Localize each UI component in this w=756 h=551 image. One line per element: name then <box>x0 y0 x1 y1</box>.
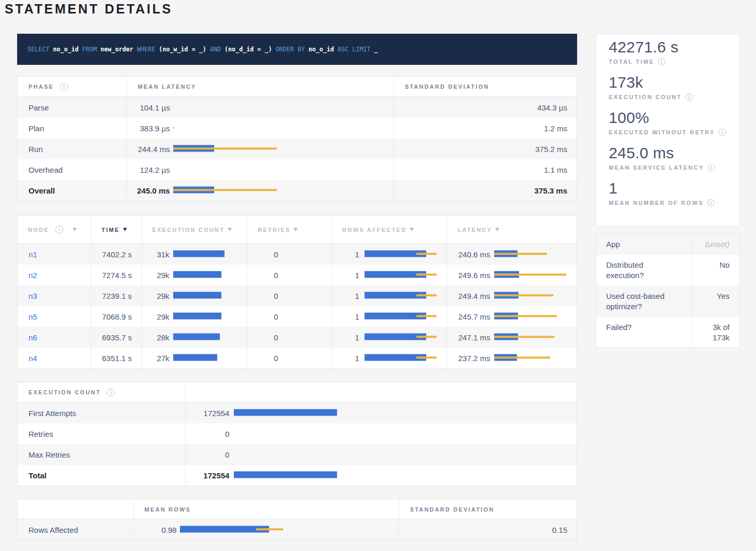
table-row: n17402.2 s31k01240.6 ms <box>18 244 577 265</box>
table-row: n57068.9 s29k01245.7 ms <box>18 306 577 327</box>
node-stats-table: NODEiTIMEEXECUTION COUNTRETRIESROWS AFFE… <box>17 215 577 369</box>
info-icon[interactable]: i <box>60 83 68 91</box>
retries-value: 0 <box>247 244 278 265</box>
time-cell: 7068.9 s <box>91 306 142 327</box>
latency-cell: 237.2 ms <box>446 348 577 368</box>
column-header-retries[interactable]: RETRIES <box>247 216 331 243</box>
sort-arrow-icon <box>495 228 499 231</box>
metric-label: MEAN SERVICE LATENCYi <box>609 164 733 171</box>
column-header-time[interactable]: TIME <box>91 216 142 243</box>
rows-affected-value: 1 <box>332 265 359 285</box>
node-link[interactable]: n4 <box>29 354 37 363</box>
mean-rows-cell: 0.98 <box>133 519 399 540</box>
metric-label: EXECUTED WITHOUT RETRYi <box>609 129 733 136</box>
metric-value: 1 <box>609 181 733 196</box>
table-row: n27274.5 s29k01249.6 ms <box>18 265 577 285</box>
execution-count-cell: 28k <box>142 327 247 348</box>
stddev-line <box>494 253 547 255</box>
mean-bar <box>173 271 221 278</box>
rows-affected-value: 1 <box>332 327 359 348</box>
mean-latency-value: 245.0 ms <box>127 180 170 201</box>
exec-count-value: 0 <box>186 423 229 444</box>
info-icon[interactable]: i <box>55 226 63 233</box>
summary-metric: 100%EXECUTED WITHOUT RETRYi <box>609 110 733 136</box>
node-link[interactable]: n6 <box>29 333 37 342</box>
stddev-value: 0.15 <box>399 519 577 540</box>
stddev-cell: 1.1 ms <box>394 159 577 180</box>
stddev-line <box>256 528 283 530</box>
column-header-label: EXECUTION COUNT <box>29 389 101 395</box>
stddev-line <box>494 336 554 338</box>
bar-chart <box>494 244 577 265</box>
phase-label: Run <box>18 139 127 159</box>
stddev-line <box>416 336 437 338</box>
rows-affected-cell: 1 <box>331 244 447 265</box>
metric-label: TOTAL TIMEi <box>609 58 733 65</box>
phase-latency-table: PHASEiMEAN LATENCYSTANDARD DEVIATIONPars… <box>17 76 577 201</box>
phase-label: Overall <box>18 180 127 201</box>
bar-chart <box>173 159 394 180</box>
table-row: Retries0 <box>18 423 577 444</box>
app-row-value: No <box>692 255 739 286</box>
execution-count-cell: 27k <box>142 348 247 368</box>
info-icon[interactable]: i <box>658 58 665 65</box>
node-link[interactable]: n2 <box>29 271 37 280</box>
stddev-line <box>416 356 437 359</box>
phase-label: Parse <box>18 97 127 118</box>
rows-affected-value: 1 <box>332 244 359 265</box>
node-cell: n1 <box>18 244 91 265</box>
info-icon[interactable]: i <box>708 164 715 171</box>
time-cell: 6351.1 s <box>91 348 142 368</box>
sort-arrow-icon <box>123 228 127 231</box>
table-row: Parse104.1 µs434.3 µs <box>18 97 577 118</box>
execution-count-table: EXECUTION COUNTiFirst Attempts172554Retr… <box>17 382 577 486</box>
rows-affected-cell: 1 <box>331 306 447 327</box>
bar-chart <box>173 97 394 118</box>
node-cell: n6 <box>18 327 91 348</box>
column-header-rows-affected[interactable]: ROWS AFFECTED <box>331 216 447 243</box>
node-link[interactable]: n5 <box>29 312 37 321</box>
node-link[interactable]: n3 <box>29 292 37 300</box>
bar-chart <box>173 327 247 348</box>
column-header-label: RETRIES <box>258 227 290 233</box>
retries-cell: 0 <box>247 348 331 368</box>
stddev-line <box>173 127 174 129</box>
exec-count-cell: 172554 <box>185 465 577 486</box>
node-cell: n3 <box>18 285 91 306</box>
column-header-phase: PHASEi <box>18 77 127 97</box>
info-icon[interactable]: i <box>707 199 715 206</box>
bar-chart <box>365 244 447 265</box>
node-link[interactable]: n1 <box>29 250 37 259</box>
info-icon[interactable]: i <box>685 93 693 101</box>
summary-metric: 1MEAN NUMBER OF ROWSi <box>609 181 733 206</box>
column-header-execution-count[interactable]: EXECUTION COUNT <box>142 216 247 243</box>
exec-count-value: 172554 <box>186 465 229 486</box>
rows-affected-value: 1 <box>332 285 359 306</box>
sort-arrow-icon <box>228 228 232 231</box>
info-icon[interactable]: i <box>719 129 726 136</box>
app-row-label: Distributed execution? <box>596 255 692 286</box>
sql-identifier: no_o_id <box>53 46 82 53</box>
column-header-mean-rows: MEAN ROWS <box>133 500 399 519</box>
node-cell: n5 <box>18 306 91 327</box>
stddev-line <box>173 147 277 149</box>
bar-chart <box>173 265 247 285</box>
bar-chart <box>173 285 247 306</box>
table-row: n66935.7 s28k01247.1 ms <box>18 327 577 348</box>
column-header-latency[interactable]: LATENCY <box>446 216 577 243</box>
column-header-node[interactable]: NODEi <box>18 216 91 243</box>
metric-value: 100% <box>609 110 733 126</box>
info-icon[interactable]: i <box>107 389 115 396</box>
table-row: Distributed execution?No <box>596 255 739 286</box>
sql-keyword: SELECT <box>27 46 53 53</box>
table-row: Rows Affected0.980.15 <box>18 519 577 540</box>
execution-count-cell: 29k <box>142 265 247 285</box>
mean-latency-value: 124.2 µs <box>127 159 170 180</box>
bar-chart <box>365 265 447 285</box>
retries-value: 0 <box>247 327 278 348</box>
mean-bar <box>173 334 220 340</box>
metric-label: EXECUTION COUNTi <box>609 93 733 101</box>
rows-affected-cell: 1 <box>331 285 447 306</box>
table-row: First Attempts172554 <box>18 403 577 423</box>
stddev-value: 434.3 µs <box>394 97 577 118</box>
